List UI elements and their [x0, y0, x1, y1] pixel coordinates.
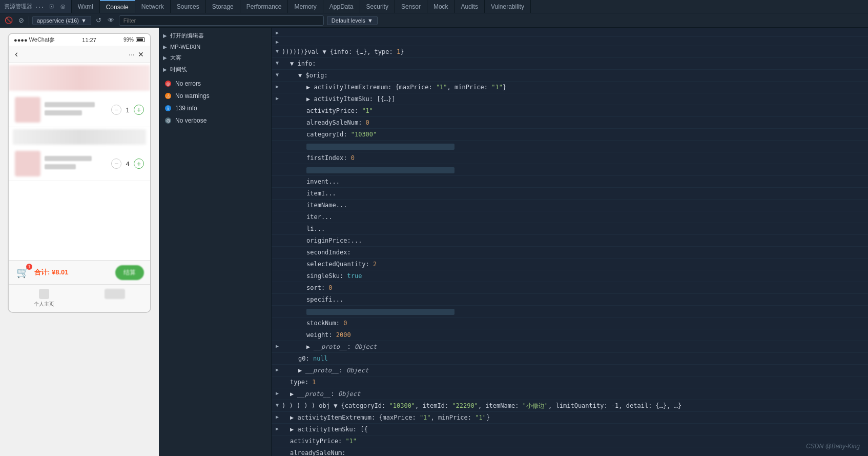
tree-item-dawu[interactable]: ▶ 大雾: [159, 52, 271, 64]
qty-plus-1[interactable]: +: [134, 105, 144, 115]
log-level-selector[interactable]: Default levels ▼: [327, 16, 378, 25]
console-content: type: 1: [290, 378, 864, 387]
filter-item-errors[interactable]: ⊗ No errors: [159, 77, 271, 90]
console-expand-arrow: [276, 319, 282, 325]
console-line: itemName...: [272, 200, 868, 211]
device-selector[interactable]: appservice (#16) ▼: [32, 16, 91, 25]
toolbar-sep-1: [29, 16, 29, 25]
tree-item-shijianxian[interactable]: ▶ 时间线: [159, 64, 271, 75]
console-indent: [282, 118, 306, 125]
blurred-content-2: [13, 129, 146, 145]
console-indent: [282, 83, 306, 90]
console-expand-arrow[interactable]: ▼: [276, 71, 282, 77]
console-expand-arrow: [276, 248, 282, 254]
console-expand-arrow[interactable]: ▶: [276, 29, 282, 35]
filter-item-info[interactable]: ℹ 139 info: [159, 102, 271, 114]
resource-manager-title: 资源管理器: [4, 3, 32, 10]
checkout-button[interactable]: 结算: [115, 265, 144, 280]
qty-plus-2[interactable]: +: [134, 158, 144, 169]
inspect-btn[interactable]: 👁: [107, 16, 116, 25]
qty-minus-2[interactable]: −: [111, 158, 121, 169]
nav-tab-mock[interactable]: Mock: [427, 0, 455, 13]
console-line: ▼) ) ) ) ) obj ▼ {categoryId: "10300", i…: [272, 400, 868, 412]
nav-tab-sensor[interactable]: Sensor: [395, 0, 427, 13]
console-line: ▼ ▼ $orig:: [272, 70, 868, 82]
level-label: Default levels: [332, 17, 365, 24]
console-indent: [282, 236, 306, 243]
nav-tab-appdata[interactable]: AppData: [323, 0, 360, 13]
console-expand-arrow[interactable]: ▶: [276, 94, 282, 101]
console-content: itemName...: [306, 201, 864, 210]
console-indent: [282, 295, 306, 302]
nav-icon-btn-1[interactable]: ⊡: [48, 3, 56, 11]
console-expand-arrow[interactable]: ▼: [276, 47, 282, 54]
nav-tab-performance[interactable]: Performance: [240, 0, 288, 13]
more-menu[interactable]: ··· ✕: [129, 50, 144, 58]
nav-tab-storage[interactable]: Storage: [206, 0, 240, 13]
cart-icon-wrap[interactable]: 🛒 1: [15, 265, 30, 280]
filter-item-verbose[interactable]: ⚙ No verbose: [159, 114, 271, 127]
blurred-content-1: [9, 65, 150, 91]
nav-icon-btn-2[interactable]: ◎: [59, 3, 67, 11]
console-line: invent...: [272, 176, 868, 188]
qty-value-2: 4: [125, 160, 131, 168]
filter-item-warnings[interactable]: ⚠ No warnings: [159, 90, 271, 102]
tree-label-dawu: 大雾: [170, 54, 267, 62]
console-expand-arrow: [276, 271, 282, 278]
console-content: [306, 165, 864, 174]
file-tree-section: ▶ 打开的编辑器 ▶ MP-WEIXIN ▶ 大雾 ▶ 时间线: [159, 30, 271, 75]
nav-tab-vulnerability[interactable]: Vulnerability: [485, 0, 531, 13]
console-expand-arrow: [276, 189, 282, 195]
nav-tab-sources[interactable]: Sources: [171, 0, 206, 13]
console-indent: [282, 189, 306, 196]
console-content: ▶ __proto__: Object: [298, 366, 864, 375]
bottom-nav-home[interactable]: 个人主页: [34, 289, 54, 308]
more-options-dots[interactable]: ···: [35, 3, 45, 11]
filter-toggle-btn[interactable]: ⊘: [16, 16, 26, 25]
tree-label-launcher: 打开的编辑器: [170, 32, 267, 39]
console-expand-arrow: [276, 201, 282, 207]
qty-value-1: 1: [125, 106, 131, 114]
clear-console-btn[interactable]: 🚫: [4, 16, 13, 25]
console-expand-arrow: [276, 354, 282, 361]
console-line: alreadySaleNum:: [272, 447, 868, 456]
filter-input[interactable]: [119, 15, 324, 26]
console-expand-arrow[interactable]: ▶: [276, 342, 282, 349]
nav-tab-wxml[interactable]: Wxml: [72, 0, 100, 13]
sidebar-panel: ▶ 打开的编辑器 ▶ MP-WEIXIN ▶ 大雾 ▶ 时间线 ⊗ No err…: [159, 28, 272, 456]
blurred-value: [306, 309, 454, 315]
chevron-down-icon-2: ▼: [367, 17, 373, 24]
console-expand-arrow: [276, 165, 282, 172]
console-content: ▶ activityItemSku: [{: [290, 425, 864, 434]
tree-arrow-launcher: ▶: [163, 33, 168, 38]
nav-tab-memory[interactable]: Memory: [288, 0, 323, 13]
console-expand-arrow: [276, 153, 282, 160]
console-expand-arrow[interactable]: ▶: [276, 413, 282, 420]
qty-minus-1[interactable]: −: [111, 105, 121, 115]
console-expand-arrow: [276, 437, 282, 443]
console-expand-arrow[interactable]: ▶: [276, 425, 282, 431]
nav-tab-console[interactable]: Console: [100, 0, 135, 13]
nav-tab-network[interactable]: Network: [135, 0, 171, 13]
console-expand-arrow[interactable]: ▶: [276, 389, 282, 396]
device-refresh-btn[interactable]: ↺: [94, 16, 104, 25]
bottom-nav-2[interactable]: [105, 289, 125, 308]
tree-item-launcher[interactable]: ▶ 打开的编辑器: [159, 30, 271, 42]
console-indent: [282, 366, 298, 373]
tree-item-mp-weixin[interactable]: ▶ MP-WEIXIN: [159, 42, 271, 52]
console-content: ▼ info:: [290, 59, 864, 68]
console-expand-arrow[interactable]: ▼: [276, 59, 282, 66]
back-button[interactable]: ‹: [15, 49, 18, 60]
console-expand-arrow[interactable]: ▶: [276, 83, 282, 89]
item-desc-blur-1: [45, 110, 82, 115]
console-indent: [282, 283, 306, 290]
nav-tab-audits[interactable]: Audits: [455, 0, 485, 13]
console-content: alreadySaleNum:: [290, 448, 864, 456]
console-content: firstIndex: 0: [306, 153, 864, 163]
console-expand-arrow[interactable]: ▶: [276, 366, 282, 372]
console-expand-arrow[interactable]: ▶: [276, 38, 282, 45]
filter-label-warnings: No warnings: [175, 92, 210, 100]
nav-tab-security[interactable]: Security: [360, 0, 395, 13]
item-image-1: [15, 97, 40, 123]
console-expand-arrow[interactable]: ▼: [276, 401, 282, 408]
